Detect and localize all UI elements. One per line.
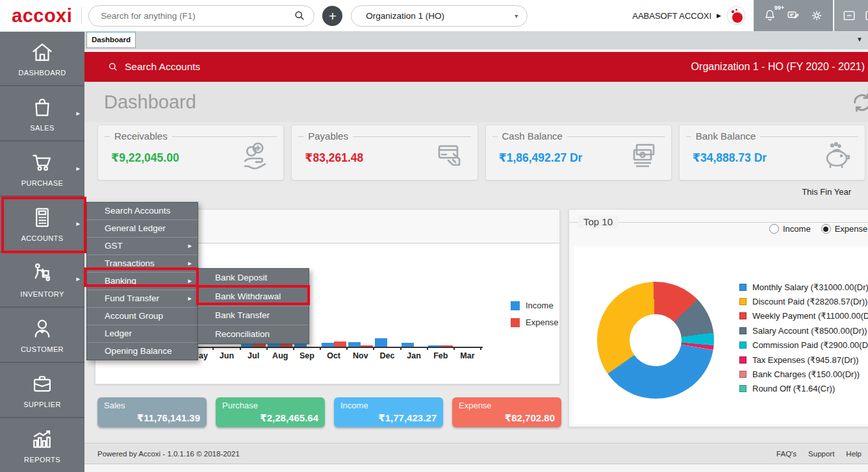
legend-label: Weekly Payment (₹11000.00(Dr)) [752,311,868,321]
total-card-purchase: Purchase ₹2,28,465.64 [216,397,325,427]
minimize-window-icon[interactable] [842,8,856,23]
month-feb: Feb [428,243,454,347]
bar-chart-icon [30,427,55,451]
sidebar-item-reports[interactable]: REPORTS [0,417,84,472]
legend-swatch [739,342,747,349]
submenu-item-bank-withdrawal[interactable]: Bank Withdrawal [198,288,309,306]
sidebar-item-accounts[interactable]: ACCOUNTS ▸ [0,195,84,251]
total-card-amount: ₹82,702.80 [505,412,555,424]
tab-overflow-caret-icon[interactable]: ▼ [856,36,863,43]
card-amount: ₹83,261.48 [305,151,363,165]
menu-item-fund-transfer[interactable]: Fund Transfer▸ [87,290,198,308]
search-accounts-button[interactable]: Search Accounts [107,61,200,73]
chevron-right-icon: ▸ [188,238,192,254]
global-search[interactable] [88,5,314,27]
footer-link-faqs[interactable]: FAQ's [776,450,797,458]
footer-links: FAQ's Support Help [776,450,862,458]
chevron-right-icon: ▸ [76,164,80,173]
submenu-item-bank-transfer[interactable]: Bank Transfer [198,306,309,325]
app-window: accoxi + Organization 1 (HO) ▾ AABASOFT … [0,0,868,472]
banking-submenu: Bank Deposit Bank Withdrawal Bank Transf… [198,268,309,344]
notifications-button[interactable]: 99+ [763,8,777,23]
top10-panel: Top 10 Income Expense Monthly Salary (₹3… [568,209,868,427]
menu-item-account-group[interactable]: Account Group [87,308,198,325]
search-input[interactable] [99,10,293,21]
radio-expense[interactable]: Expense [821,224,868,234]
sidebar-item-purchase[interactable]: PURCHASE ▸ [0,140,84,195]
legend-item-income: Income [511,301,559,310]
avatar[interactable] [726,6,746,25]
window-controls [833,0,868,31]
menu-item-gst[interactable]: GST▸ [87,238,198,255]
sidebar-item-supplier[interactable]: SUPPLIER [0,362,84,417]
legend-label: Tax Expenses (₹945.87(Dr)) [752,355,859,365]
menu-item-search-accounts[interactable]: Search Accounts [87,203,198,220]
sidebar-item-inventory[interactable]: INVENTORY ▸ [0,251,84,306]
main-content: Dashboard ▼ Search Accounts Organization… [84,31,868,472]
chevron-down-icon: ▾ [515,12,518,19]
footer-link-support[interactable]: Support [808,450,834,458]
top10-legend-item: Tax Expenses (₹945.87(Dr)) [739,353,868,367]
menu-item-opening-balance[interactable]: Opening Balance [87,343,198,360]
sidebar-item-sales[interactable]: SALES ▸ [0,85,84,140]
top10-legend-item: Monthly Salary (₹31000.00(Dr)) [739,280,868,294]
settings-gear-button[interactable] [810,8,824,23]
chevron-right-icon: ▸ [76,109,80,118]
top10-title: Top 10 [578,216,618,228]
sidebar-item-customer[interactable]: CUSTOMER [0,306,84,362]
add-button[interactable]: + [322,6,342,26]
sidebar-item-dashboard[interactable]: DASHBOARD [0,31,84,85]
menu-item-general-ledger[interactable]: General Ledger [87,220,198,238]
divider [81,7,82,24]
top10-legend-item: Bank Charges (₹150.00(Dr)) [739,367,868,381]
tab-label: Dashboard [92,36,131,43]
menu-item-ledger[interactable]: Ledger [87,325,198,343]
radio-label: Expense [835,224,868,234]
submenu-item-bank-deposit[interactable]: Bank Deposit [198,269,309,288]
top-bar: accoxi + Organization 1 (HO) ▾ AABASOFT … [0,0,868,32]
total-card-sales: Sales ₹11,76,141.39 [97,397,207,427]
card-label: Bank Balance [691,130,761,142]
card-bank-balance: Bank Balance ₹34,888.73 Dr [679,125,865,180]
sidebar-item-label: CUSTOMER [21,345,64,353]
x-tick-label: Jan [401,351,428,360]
card-label: Payables [303,130,353,142]
module-header-bar: Search Accounts Organization 1 - HO (FY … [84,52,868,82]
search-icon[interactable] [293,9,306,22]
messages-button[interactable] [786,8,800,23]
fin-year-filter[interactable]: This Fin Year [802,187,851,197]
radio-circle-icon[interactable] [769,224,779,234]
x-tick-label: Aug [267,351,294,360]
menu-item-label: Bank Withdrawal [215,292,281,301]
menu-item-label: Bank Deposit [215,273,267,282]
chevron-right-icon: ▸ [188,290,192,306]
user-menu[interactable]: AABASOFT ACCOXI ▶ [632,6,746,25]
organization-fy-label: Organization 1 - HO (FY 2020 - 2021) [691,61,865,73]
menu-item-label: Opening Balance [105,346,172,356]
card-label: Cash Balance [498,130,567,142]
card-receivables: Receivables ₹9,22,045.00 [97,125,284,180]
refresh-icon[interactable] [851,92,868,114]
radio-income[interactable]: Income [769,224,811,234]
total-card-label: Purchase [222,401,258,410]
chevron-right-icon: ▸ [188,273,192,289]
sidebar-item-label: SUPPLIER [23,401,61,408]
window-icon-partial[interactable] [864,8,868,23]
radio-circle-icon[interactable] [821,224,831,234]
accoxi-logo: accoxi [12,0,72,31]
tab-dashboard[interactable]: Dashboard [86,31,136,48]
organization-selected: Organization 1 (HO) [366,11,444,21]
menu-item-label: Banking [105,276,136,286]
topbar-icon-group: 99+ [754,0,833,31]
submenu-item-reconciliation[interactable]: Reconciliation [198,325,309,343]
piggy-bank-icon [821,140,854,171]
footer-link-help[interactable]: Help [846,450,862,458]
person-icon [30,316,55,341]
menu-item-label: Reconciliation [215,329,270,339]
organization-selector[interactable]: Organization 1 (HO) ▾ [351,5,528,27]
legend-swatch [739,385,747,392]
bar-expense-oct [334,342,346,347]
menu-item-banking[interactable]: Banking▸ [87,273,198,290]
menu-item-transactions[interactable]: Transactions▸ [87,255,198,273]
total-card-amount: ₹11,76,141.39 [137,412,200,424]
